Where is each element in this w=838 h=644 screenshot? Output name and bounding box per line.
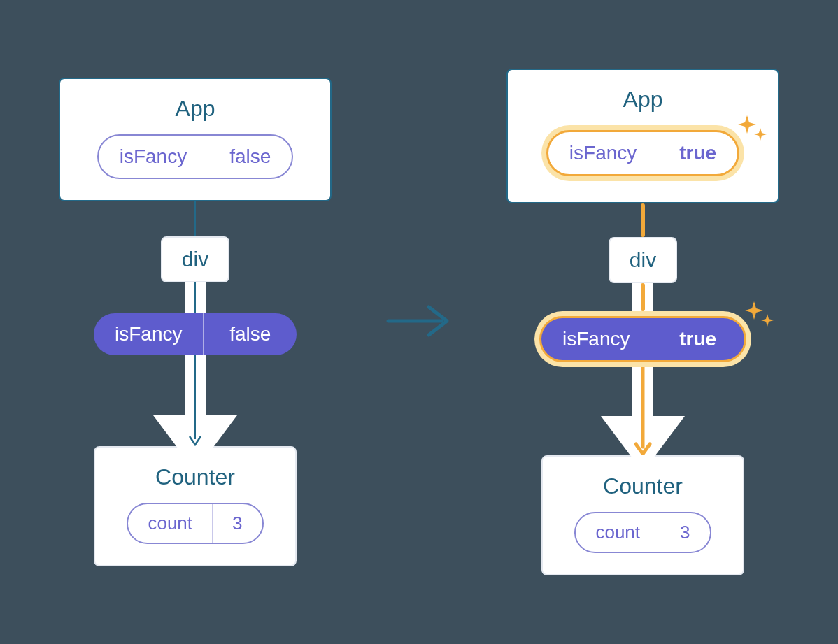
state-key: isFancy <box>99 136 208 178</box>
after-tree: App isFancy true div isFancy <box>496 69 790 575</box>
state-value: 3 <box>660 513 709 552</box>
div-label: div <box>182 248 208 271</box>
before-tree: App isFancy false div isFancy false <box>48 78 342 566</box>
app-title: App <box>623 87 663 113</box>
div-element-box: div <box>161 236 229 282</box>
prop-value: true <box>651 318 744 360</box>
connector-line-highlighted <box>641 283 645 311</box>
counter-state-pill: count 3 <box>127 503 263 544</box>
prop-value: false <box>203 313 297 355</box>
app-state-pill: isFancy false <box>97 134 294 179</box>
prop-pill-highlighted: isFancy true <box>534 311 751 367</box>
sparkle-icon <box>743 299 775 331</box>
state-value: true <box>658 132 737 174</box>
state-key: isFancy <box>548 132 658 174</box>
prop-key: isFancy <box>94 313 203 355</box>
sparkle-icon <box>736 113 768 145</box>
state-value: false <box>208 136 292 178</box>
prop-pill: isFancy false <box>94 313 297 355</box>
state-value: 3 <box>212 504 262 543</box>
arrow-down-icon <box>187 355 204 446</box>
connector-line-highlighted <box>641 203 645 237</box>
app-component-box: App isFancy false <box>59 78 332 201</box>
state-key: count <box>128 504 212 543</box>
div-label: div <box>630 248 656 272</box>
arrow-down-highlighted-icon <box>632 367 653 455</box>
connector-line <box>194 282 196 313</box>
app-state-pill-highlighted: isFancy true <box>541 125 744 181</box>
app-component-box: App isFancy true <box>506 69 779 203</box>
div-element-box: div <box>609 237 677 283</box>
counter-state-pill: count 3 <box>574 512 711 553</box>
transition-arrow-icon <box>384 300 454 345</box>
app-title: App <box>176 96 215 122</box>
connector-line <box>194 201 196 236</box>
prop-key: isFancy <box>541 318 651 360</box>
state-key: count <box>576 513 660 552</box>
